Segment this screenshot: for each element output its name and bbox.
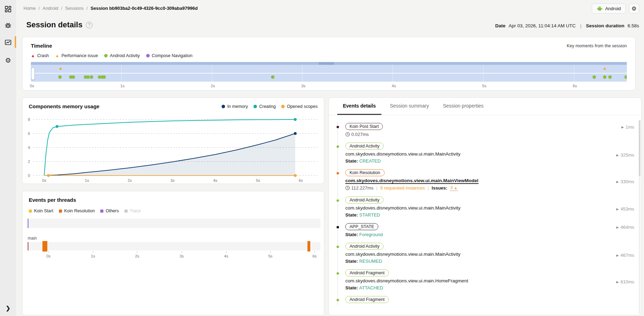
threads-legend-item[interactable]: Trace	[124, 208, 141, 213]
koin-resolution-bar[interactable]	[42, 241, 47, 252]
tab-events-details[interactable]: Events details	[337, 98, 381, 115]
axis-tick-mark	[48, 251, 49, 253]
series-marker-opened-scopes[interactable]	[294, 174, 297, 177]
timeline-band[interactable]: ▲▲	[31, 62, 627, 82]
date-label: Date	[495, 23, 506, 28]
series-marker-in-memory[interactable]	[294, 132, 297, 135]
x-axis-tick: 2s	[128, 178, 132, 183]
event-row[interactable]: Android Fragmentcom.skydoves.disneymotio…	[329, 267, 641, 293]
sidebar-item-debug[interactable]	[0, 18, 16, 32]
event-component-link[interactable]: com.skydoves.disneymotions.view.ui.main.…	[345, 178, 479, 184]
threads-chart[interactable]: main0s1s2s3s4s5s6s	[28, 219, 320, 259]
timeline-legend-item[interactable]: ▲Crash	[31, 53, 49, 58]
android-activity-marker[interactable]	[58, 75, 62, 79]
environment-android-button[interactable]: Android	[592, 4, 626, 14]
timeline-legend-item[interactable]: Compose Navigation	[146, 53, 192, 58]
event-row[interactable]: Koin Post Start0.027ms▶1ms	[329, 120, 641, 140]
event-type-badge[interactable]: Android Fragment	[345, 269, 389, 276]
creating-dot-icon	[253, 105, 257, 108]
event-row[interactable]: Android Activitycom.skydoves.disneymotio…	[329, 194, 641, 220]
threads-legend-item[interactable]: Koin Resolution	[59, 208, 95, 213]
timeline-legend-item[interactable]: ▲Performance issue	[55, 53, 98, 58]
android-activity-dot-icon	[104, 54, 108, 57]
timeline-minimap-selection[interactable]	[319, 62, 334, 65]
event-type-badge[interactable]: Android Fragment	[345, 296, 389, 303]
performance-issue-marker[interactable]: ▲	[603, 66, 607, 70]
timeline-gridline	[212, 65, 212, 82]
performance-issue-marker[interactable]: ▲	[59, 66, 63, 70]
android-activity-marker[interactable]	[102, 75, 106, 79]
sidebar: ⚙ ❯	[0, 0, 16, 316]
sidebar-expand-button[interactable]: ❯	[0, 303, 16, 313]
android-activity-marker[interactable]	[72, 75, 75, 79]
event-type-badge[interactable]: Koin Post Start	[345, 123, 383, 130]
event-type-badge[interactable]: Android Activity	[345, 197, 384, 204]
breadcrumb-item[interactable]: Sessions	[65, 6, 84, 11]
event-row[interactable]: Koin Resolutioncom.skydoves.disneymotion…	[329, 166, 641, 194]
timeline-drag-handle[interactable]	[31, 68, 35, 80]
android-activity-marker[interactable]	[86, 75, 90, 79]
event-type-badge[interactable]: Koin Resolution	[345, 169, 385, 176]
event-type-badge[interactable]: APP_STATE	[345, 223, 378, 230]
threads-axis: 0s1s2s3s4s5s6s	[28, 254, 320, 259]
event-meta: 0.027ms	[345, 132, 635, 137]
koin-resolution-bar[interactable]	[307, 241, 310, 252]
event-row[interactable]: APP_STATEState: Foreground▶464ms	[329, 220, 641, 240]
sidebar-item-analytics[interactable]	[0, 35, 16, 49]
event-row[interactable]: Android Fragment	[329, 293, 641, 306]
events-scrollbar-thumb[interactable]	[639, 120, 640, 176]
event-duration: ▶467ms	[616, 253, 634, 258]
timeline-legend-item[interactable]: Android Activity	[104, 53, 140, 58]
event-state: State: ATTACHED	[345, 285, 635, 290]
android-activity-marker[interactable]	[624, 75, 627, 79]
memory-usage-chart[interactable]: 024680s1s2s3s4s5s6s	[24, 113, 321, 183]
memory-legend-item[interactable]: In memory	[222, 104, 248, 109]
trace-square-icon	[124, 209, 128, 213]
threads-legend-label: Koin Start	[34, 208, 53, 213]
series-marker-opened-scopes[interactable]	[47, 174, 50, 177]
android-activity-marker[interactable]	[603, 75, 606, 79]
event-state-label: State:	[345, 232, 359, 237]
android-activity-marker[interactable]	[592, 75, 596, 79]
android-activity-marker[interactable]	[608, 75, 612, 79]
event-type-badge[interactable]: Android Activity	[345, 143, 384, 150]
memory-legend-item[interactable]: Creating	[253, 104, 276, 109]
event-duration-value: 610ms	[621, 279, 634, 284]
sidebar-item-dashboard[interactable]	[0, 2, 16, 16]
warning-triangle-icon: ▲	[454, 186, 457, 190]
event-duration: ▶610ms	[616, 279, 634, 284]
sidebar-item-settings[interactable]: ⚙	[0, 53, 16, 67]
series-marker-creating[interactable]	[56, 125, 59, 128]
series-marker-creating[interactable]	[294, 118, 297, 121]
play-icon: ▶	[616, 254, 619, 257]
breadcrumb-item[interactable]: Home	[23, 6, 36, 11]
event-component-name[interactable]: com.skydoves.disneymotions.view.ui.main.…	[345, 178, 635, 183]
help-icon[interactable]: ?	[86, 22, 93, 28]
settings-button[interactable]: ⚙	[629, 4, 639, 14]
thread-lane[interactable]	[28, 242, 320, 250]
android-activity-marker[interactable]	[271, 75, 274, 79]
y-axis-tick: 0	[28, 173, 30, 178]
threads-legend-label: Trace	[130, 208, 141, 213]
tab-session-properties[interactable]: Session properties	[437, 98, 489, 115]
threads-legend-item[interactable]: Others	[100, 208, 119, 213]
issues-count-link[interactable]: 3 ▲	[450, 185, 457, 191]
tab-session-summary[interactable]: Session summary	[384, 98, 434, 115]
breadcrumb-item[interactable]: Android	[42, 6, 58, 11]
page-title: Session details	[26, 20, 82, 29]
event-row[interactable]: Android Activitycom.skydoves.disneymotio…	[329, 240, 641, 267]
event-state-value: STARTED	[359, 212, 380, 218]
event-state-label: State:	[345, 285, 359, 290]
axis-tick-mark	[182, 251, 182, 253]
thread-start-tick	[28, 242, 28, 250]
events-scrollbar[interactable]	[639, 120, 640, 314]
event-type-badge[interactable]: Android Activity	[345, 243, 384, 250]
threads-legend-item[interactable]: Koin Start	[29, 208, 53, 213]
threads-legend-label: Others	[106, 208, 119, 213]
android-activity-marker[interactable]	[90, 75, 93, 79]
memory-legend-item[interactable]: Opened scopes	[281, 104, 318, 109]
requested-instances-link[interactable]: 9 requested instances	[380, 185, 425, 191]
event-row[interactable]: Android Activitycom.skydoves.disneymotio…	[329, 140, 641, 166]
thread-lane[interactable]	[28, 219, 320, 228]
in-memory-dot-icon	[222, 105, 225, 108]
